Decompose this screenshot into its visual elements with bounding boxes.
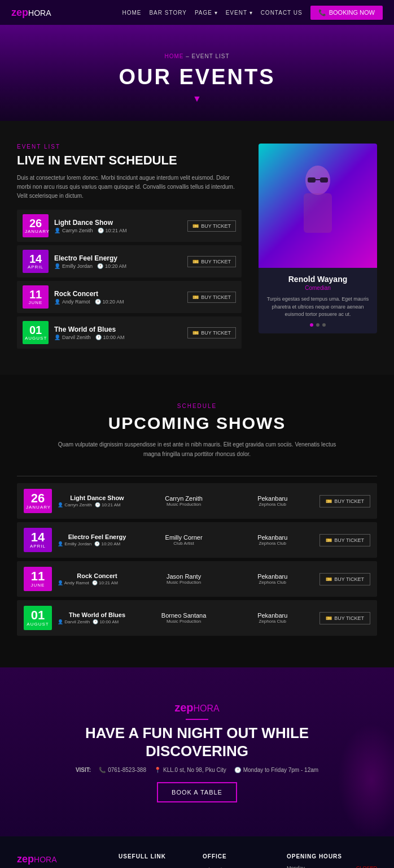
- nav-home[interactable]: HOME: [122, 10, 141, 16]
- event-meta-2: 👤 Emilly Jordan 🕐 10:20 AM: [54, 263, 182, 269]
- live-schedule-left: EVENT LIST LIVE IN EVENT SCHEDULE Duis a…: [17, 144, 242, 352]
- footer-cta-section: zepHORA HAVE A FUN NIGHT OUT WHILE DISCO…: [0, 667, 394, 836]
- performer-image: [259, 144, 377, 268]
- buy-ticket-button-1[interactable]: 🎫 BUY TICKET: [187, 220, 236, 232]
- show-meta-4: 👤 Darvil Zenith 🕐 10:00 AM: [58, 619, 137, 624]
- breadcrumb: HOME – EVENT LIST: [11, 53, 383, 59]
- show-name-col-4: The World of Blues 👤 Darvil Zenith 🕐 10:…: [58, 611, 137, 624]
- cta-title: HAVE A FUN NIGHT OUT WHILE DISCOVERING: [84, 724, 310, 760]
- event-card-1: 26 JANUARY Light Dance Show 👤 Carryn Zen…: [17, 210, 242, 242]
- show-artist-col-3: Jason Ranty Music Production: [142, 573, 225, 585]
- book-table-button[interactable]: BOOK A TABLE: [157, 782, 237, 802]
- live-schedule-desc: Duis at consectetur lorem donec. Morbi t…: [17, 173, 242, 201]
- event-list-label: EVENT LIST: [17, 144, 242, 150]
- divider: [17, 476, 377, 476]
- performer-description: Turpis egestas sed tempus uma. Eget maur…: [265, 296, 370, 319]
- event-info-2: Electro Feel Energy 👤 Emilly Jordan 🕐 10…: [54, 254, 182, 269]
- show-venue-col-2: Pekanbaru Zephora Club: [231, 534, 314, 546]
- footer-office-info: Indonesia KLL.0 st, No 99, Pku City ID 2…: [203, 865, 275, 868]
- event-date-box-3: 11 JUNE: [23, 285, 49, 309]
- show-date-4: 01 AUGUST: [24, 606, 52, 630]
- event-card-3: 11 JUNE Rock Concert 👤 Andy Ramot 🕐 10:2…: [17, 281, 242, 313]
- footer-opening-hours: OPENING HOURS Monday CLOSED Tuesday 9:00…: [287, 853, 377, 868]
- event-date-box-2: 14 APRIL: [23, 250, 49, 273]
- nav-links: HOME BAR STORY PAGE ▾ EVENT ▾ CONTACT US…: [122, 6, 383, 20]
- buy-ticket-button-2[interactable]: 🎫 BUY TICKET: [187, 256, 236, 267]
- show-artist-col-1: Carryn Zenith Music Production: [142, 495, 225, 507]
- booking-now-button[interactable]: 📞 BOOKING NOW: [310, 6, 383, 20]
- event-info-4: The World of Blues 👤 Darvil Zenith 🕐 10:…: [54, 326, 182, 340]
- footer-brand: zepHORA Orci phasellus egestas tellus ru…: [17, 853, 107, 868]
- upcoming-title: UPCOMING SHOWS: [17, 414, 377, 433]
- footer-useful-links: USEFULL LINK About us Event List Tickets…: [119, 853, 191, 868]
- show-artist-col-2: Emilly Corner Club Artist: [142, 534, 225, 546]
- event-meta-3: 👤 Andy Ramot 🕐 10:20 AM: [54, 299, 182, 305]
- performer-role: Comedian: [265, 285, 370, 291]
- show-buy-button-2[interactable]: 🎫 BUY TICKET: [319, 534, 370, 546]
- show-date-2: 14 APRIL: [24, 528, 52, 552]
- svg-rect-2: [308, 177, 316, 183]
- event-meta-4: 👤 Darvil Zenith 🕐 10:00 AM: [54, 335, 182, 340]
- show-date-1: 26 JANUARY: [24, 489, 52, 513]
- event-date-box-4: 01 AUGUST: [23, 321, 49, 344]
- show-row-1: 26 JANUARY Light Dance Show 👤 Carryn Zen…: [17, 483, 377, 519]
- carousel-dot-2[interactable]: [316, 323, 319, 327]
- show-buy-button-4[interactable]: 🎫 BUY TICKET: [319, 612, 370, 624]
- show-venue-col-1: Pekanbaru Zephora Club: [231, 495, 314, 507]
- live-schedule-section: EVENT LIST LIVE IN EVENT SCHEDULE Duis a…: [0, 121, 394, 375]
- svg-rect-1: [304, 193, 332, 233]
- nav-bar-story[interactable]: BAR STORY: [149, 10, 186, 16]
- nav-contact[interactable]: CONTACT US: [261, 10, 303, 16]
- event-meta-1: 👤 Carryn Zenith 🕐 10:21 AM: [54, 228, 182, 233]
- show-row-3: 11 JUNE Rock Concert 👤 Andy Ramot 🕐 10:2…: [17, 561, 377, 597]
- performer-card: Renold Wayang Comedian Turpis egestas se…: [259, 144, 377, 333]
- show-meta-3: 👤 Andy Ramot 🕐 10:21 AM: [58, 580, 137, 585]
- show-name-col-3: Rock Concert 👤 Andy Ramot 🕐 10:21 AM: [58, 572, 137, 585]
- event-date-box-1: 26 JANUARY: [23, 214, 49, 237]
- performer-info: Renold Wayang Comedian Turpis egestas se…: [259, 268, 377, 333]
- hours-monday: Monday CLOSED: [287, 865, 377, 868]
- show-name-col-2: Electro Feel Energy 👤 Emilly Jordan 🕐 10…: [58, 533, 137, 546]
- nav-event[interactable]: EVENT ▾: [226, 10, 253, 16]
- buy-ticket-button-4[interactable]: 🎫 BUY TICKET: [187, 327, 236, 338]
- show-meta-1: 👤 Carryn Zenith 🕐 10:21 AM: [58, 502, 137, 507]
- footer-links-list: About us Event List Tickets Our Menu Our…: [119, 865, 191, 868]
- event-info-3: Rock Concert 👤 Andy Ramot 🕐 10:20 AM: [54, 290, 182, 305]
- event-card-2: 14 APRIL Electro Feel Energy 👤 Emilly Jo…: [17, 245, 242, 277]
- footer-office: OFFICE Indonesia KLL.0 st, No 99, Pku Ci…: [203, 853, 275, 868]
- hero-section: HOME – EVENT LIST OUR EVENTS ▼: [0, 25, 394, 121]
- show-date-3: 11 JUNE: [24, 567, 52, 591]
- cta-logo: zepHORA: [17, 701, 377, 714]
- event-card-4: 01 AUGUST The World of Blues 👤 Darvil Ze…: [17, 316, 242, 349]
- event-info-1: Light Dance Show 👤 Carryn Zenith 🕐 10:21…: [54, 219, 182, 233]
- performer-carousel-dots: [265, 323, 370, 327]
- upcoming-description: Quam vulputate dignissim suspendisse in …: [56, 440, 338, 459]
- navbar: zepHORA HOME BAR STORY PAGE ▾ EVENT ▾ CO…: [0, 0, 394, 25]
- performer-name: Renold Wayang: [265, 275, 370, 284]
- schedule-label: SCHEDULE: [17, 403, 377, 409]
- show-artist-col-4: Borneo Santana Music Production: [142, 612, 225, 624]
- buy-ticket-button-3[interactable]: 🎫 BUY TICKET: [187, 292, 236, 303]
- cta-visit-info: VISIT: 📞 0761-8523-388 📍 KLL.0 st, No 98…: [17, 767, 377, 773]
- performer-panel: Renold Wayang Comedian Turpis egestas se…: [259, 144, 377, 333]
- carousel-dot-3[interactable]: [322, 323, 326, 327]
- footer: zepHORA Orci phasellus egestas tellus ru…: [0, 836, 394, 868]
- hero-arrow-icon: ▼: [11, 94, 383, 104]
- show-buy-button-1[interactable]: 🎫 BUY TICKET: [319, 495, 370, 507]
- show-venue-col-3: Pekanbaru Zephora Club: [231, 573, 314, 585]
- show-meta-2: 👤 Emilly Jordan 🕐 10:20 AM: [58, 541, 137, 546]
- show-row-2: 14 APRIL Electro Feel Energy 👤 Emilly Jo…: [17, 522, 377, 558]
- carousel-dot-1[interactable]: [310, 323, 313, 327]
- nav-page[interactable]: PAGE ▾: [195, 10, 218, 16]
- show-buy-button-3[interactable]: 🎫 BUY TICKET: [319, 573, 370, 585]
- footer-logo: zepHORA: [17, 853, 107, 865]
- nav-logo: zepHORA: [11, 7, 51, 19]
- live-schedule-title: LIVE IN EVENT SCHEDULE: [17, 153, 242, 168]
- show-row-4: 01 AUGUST The World of Blues 👤 Darvil Ze…: [17, 600, 377, 636]
- show-name-col-1: Light Dance Show 👤 Carryn Zenith 🕐 10:21…: [58, 494, 137, 507]
- show-venue-col-4: Pekanbaru Zephora Club: [231, 612, 314, 624]
- hero-title: OUR EVENTS: [11, 65, 383, 89]
- cta-divider: [186, 719, 208, 720]
- upcoming-shows-section: SCHEDULE UPCOMING SHOWS Quam vulputate d…: [0, 375, 394, 667]
- svg-rect-3: [320, 177, 328, 183]
